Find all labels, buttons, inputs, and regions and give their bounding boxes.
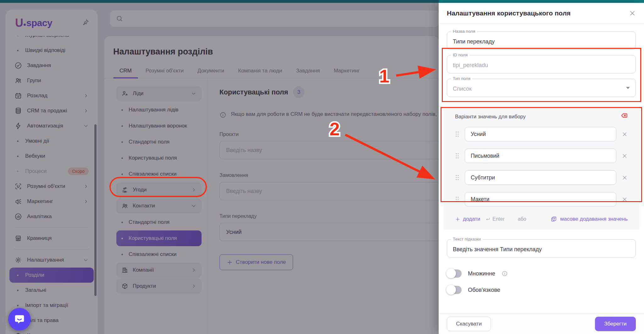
options-label: Варіанти значень для вибору <box>455 114 628 120</box>
info-icon <box>502 270 508 277</box>
app: Uspacy Журнал зверненьШвидкі відповідіЗа… <box>0 0 644 334</box>
option-input-2[interactable]: Письмовий <box>465 149 616 163</box>
remove-option-icon[interactable] <box>622 196 628 202</box>
add-option-button[interactable]: додати <box>455 216 480 222</box>
remove-option-icon[interactable] <box>622 175 628 181</box>
panel-header: Налаштування користувацького поля <box>439 3 644 24</box>
bulk-add-icon <box>551 216 557 222</box>
toggles: МножиннеОбов'язкове <box>447 269 636 294</box>
toggle-multiple[interactable] <box>447 269 462 278</box>
hint-text-value: Введіть значення Типи перекладу <box>453 246 542 253</box>
options-section: Варіанти значень для вибору УснийПисьмов… <box>443 108 639 230</box>
option-input-1[interactable]: Усний <box>465 127 616 141</box>
panel-title: Налаштування користувацького поля <box>447 9 571 17</box>
option-input-4[interactable]: Макети <box>465 192 616 207</box>
field-name-input[interactable]: Назва поля Типи перекладу <box>447 31 636 50</box>
option-row-1: Усний <box>455 127 628 141</box>
toggle-label: Обов'язкове <box>468 287 500 293</box>
options-list: УснийПисьмовийСубтитриМакети <box>455 127 628 207</box>
drag-handle-icon[interactable] <box>455 131 459 137</box>
plus-icon <box>455 217 460 222</box>
chat-widget-button[interactable] <box>8 308 31 331</box>
toggle-row-required: Обов'язкове <box>447 286 636 294</box>
field-type-select[interactable]: Тип поля Список <box>447 79 636 97</box>
save-button[interactable]: Зберегти <box>595 317 636 331</box>
option-row-4: Макети <box>455 192 628 207</box>
hint-text-label: Текст підказки <box>451 237 483 241</box>
panel-body: Назва поля Типи перекладу ID поля tipi_p… <box>439 24 644 313</box>
field-name-label: Назва поля <box>451 29 477 34</box>
panel-footer: Скасувати Зберегти <box>439 313 644 334</box>
dropdown-arrow-icon <box>626 87 630 89</box>
drag-handle-icon[interactable] <box>455 196 459 202</box>
cancel-button[interactable]: Скасувати <box>447 317 491 331</box>
option-row-2: Письмовий <box>455 149 628 163</box>
option-row-3: Субтитри <box>455 170 628 185</box>
clear-options-icon[interactable] <box>619 112 629 122</box>
enter-icon <box>485 217 491 222</box>
bulk-add-button[interactable]: масове додавання значень <box>551 216 628 222</box>
drag-handle-icon[interactable] <box>455 153 459 159</box>
close-icon[interactable] <box>629 10 636 17</box>
field-id-input[interactable]: ID поля tipi_perekladu <box>447 55 636 73</box>
enter-hint: Enter <box>485 216 504 222</box>
or-label: або <box>518 216 526 222</box>
field-settings-panel: Налаштування користувацького поля Назва … <box>439 3 644 334</box>
remove-option-icon[interactable] <box>622 153 628 159</box>
chat-icon <box>14 314 25 325</box>
toggle-required[interactable] <box>447 286 462 294</box>
option-input-3[interactable]: Субтитри <box>465 170 616 185</box>
drag-handle-icon[interactable] <box>455 174 459 181</box>
remove-option-icon[interactable] <box>622 131 628 137</box>
field-type-value: Список <box>453 86 472 92</box>
toggle-label: Множинне <box>468 270 495 277</box>
toggle-row-multiple: Множинне <box>447 269 636 278</box>
hint-text-input[interactable]: Текст підказки Введіть значення Типи пер… <box>447 239 636 258</box>
field-id-value: tipi_perekladu <box>453 62 488 69</box>
field-id-label: ID поля <box>451 53 469 57</box>
field-name-value: Типи перекладу <box>453 38 495 45</box>
add-option-row: додати Enter або масове додавання значен… <box>455 216 628 222</box>
modal-overlay[interactable] <box>0 0 439 334</box>
field-type-label: Тип поля <box>451 76 472 81</box>
